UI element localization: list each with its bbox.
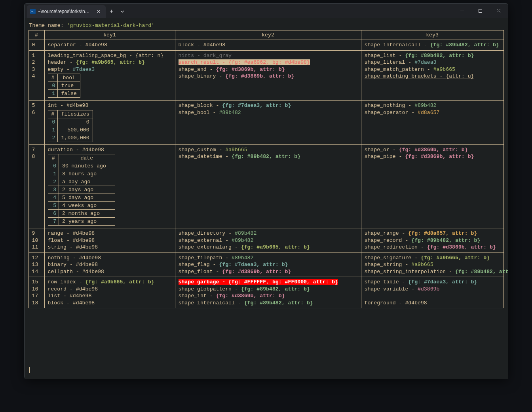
row-index-cell: 56: [28, 101, 44, 145]
key3-cell: shape_signature - {fg: #a9b665, attr: b}…: [361, 253, 504, 277]
new-tab-button[interactable]: +: [106, 5, 118, 18]
prompt-cursor: [29, 367, 30, 373]
terminal-window: >_ ~\source\repos\forks\nu_scrip ✕ + The…: [24, 3, 508, 379]
col-header-key2: key2: [175, 30, 361, 40]
table-row: 121314nothing - #d4be98binary - #d4be98c…: [28, 253, 504, 277]
table-row: 56int - #d4be98#filesizes001500,00021,00…: [28, 101, 504, 145]
row-index-cell: 1234: [28, 50, 44, 101]
tab-strip: >_ ~\source\repos\forks\nu_scrip ✕ +: [25, 4, 127, 18]
powershell-icon: >_: [30, 9, 36, 14]
tab-close-button[interactable]: ✕: [95, 9, 102, 14]
key1-cell: nothing - #d4be98binary - #d4be98cellpat…: [44, 253, 175, 277]
table-row: 15161718row_index - {fg: #a9b665, attr: …: [28, 277, 504, 308]
row-index-cell: 15161718: [28, 277, 44, 308]
key1-cell: leading_trailing_space_bg - {attr: n}hea…: [44, 50, 175, 101]
key2-cell: shape_block - {fg: #7daea3, attr: b}shap…: [175, 101, 361, 145]
table-row: 0separator - #d4be98block - #d4be98shape…: [28, 40, 504, 51]
theme-name-line: Theme name: 'gruvbox-material-dark-hard': [29, 23, 504, 28]
tab-dropdown-button[interactable]: [118, 5, 127, 18]
close-icon: [496, 9, 501, 13]
row-index-cell: 121314: [28, 253, 44, 277]
col-header-key1: key1: [44, 30, 175, 40]
key1-cell: range - #d4be98float - #d4be98string - #…: [44, 228, 175, 253]
window-controls: [453, 4, 508, 18]
key2-cell: shape_directory - #89b482shape_external …: [175, 228, 361, 253]
close-button[interactable]: [490, 4, 508, 18]
key2-cell: shape_filepath - #89b482shape_flag - {fg…: [175, 253, 361, 277]
key1-cell: int - #d4be98#filesizes001500,00021,000,…: [44, 101, 175, 145]
col-header-key3: key3: [361, 30, 504, 40]
key3-cell: shape_internalcall - {fg: #89b482, attr:…: [361, 40, 504, 51]
tab-title: ~\source\repos\forks\nu_scrip: [38, 9, 91, 14]
sub-table: #date030 minutes ago13 hours ago2a day a…: [48, 154, 115, 226]
svg-rect-0: [479, 9, 482, 12]
key2-cell: shape_garbage - {fg: #FFFFFF, bg: #FF000…: [175, 277, 361, 308]
table-row: 78duration - #d4be98#date030 minutes ago…: [28, 144, 504, 228]
key3-cell: shape_range - {fg: #d8a657, attr: b}shap…: [361, 228, 504, 253]
key1-cell: row_index - {fg: #a9b665, attr: b}record…: [44, 277, 175, 308]
row-index-cell: 0: [28, 40, 44, 51]
minimize-button[interactable]: [453, 4, 471, 18]
key3-cell: shape_list - {fg: #89b482, attr: b}shape…: [361, 50, 504, 101]
maximize-button[interactable]: [471, 4, 490, 18]
key3-cell: shape_nothing - #89b482shape_operator - …: [361, 101, 504, 145]
titlebar: >_ ~\source\repos\forks\nu_scrip ✕ +: [25, 4, 508, 18]
key2-cell: hints - dark_graysearch_result - {fg: #e…: [175, 50, 361, 101]
chevron-down-icon: [120, 9, 124, 13]
key3-cell: shape_or - {fg: #d3869b, attr: b}shape_p…: [361, 144, 504, 228]
key3-cell: shape_table - {fg: #7daea3, attr: b}shap…: [361, 277, 504, 308]
sub-table: #filesizes001500,00021,000,000: [48, 110, 93, 142]
table-row: 91011range - #d4be98float - #d4be98strin…: [28, 228, 504, 253]
table-header-row: # key1 key2 key3: [28, 30, 504, 40]
sub-table: #bool0true1false: [48, 74, 81, 98]
table-row: 1234leading_trailing_space_bg - {attr: n…: [28, 50, 504, 101]
maximize-icon: [478, 9, 483, 13]
tab-active[interactable]: >_ ~\source\repos\forks\nu_scrip ✕: [27, 5, 106, 18]
key2-cell: block - #d4be98: [175, 40, 361, 51]
row-index-cell: 91011: [28, 228, 44, 253]
terminal-body[interactable]: Theme name: 'gruvbox-material-dark-hard'…: [25, 18, 508, 379]
col-header-index: #: [28, 30, 44, 40]
key2-cell: shape_custom - #a9b665shape_datetime - {…: [175, 144, 361, 228]
minimize-icon: [460, 9, 464, 13]
key1-cell: separator - #d4be98: [44, 40, 175, 51]
theme-table: # key1 key2 key3 0separator - #d4be98blo…: [28, 30, 504, 308]
key1-cell: duration - #d4be98#date030 minutes ago13…: [44, 144, 175, 228]
row-index-cell: 78: [28, 144, 44, 228]
